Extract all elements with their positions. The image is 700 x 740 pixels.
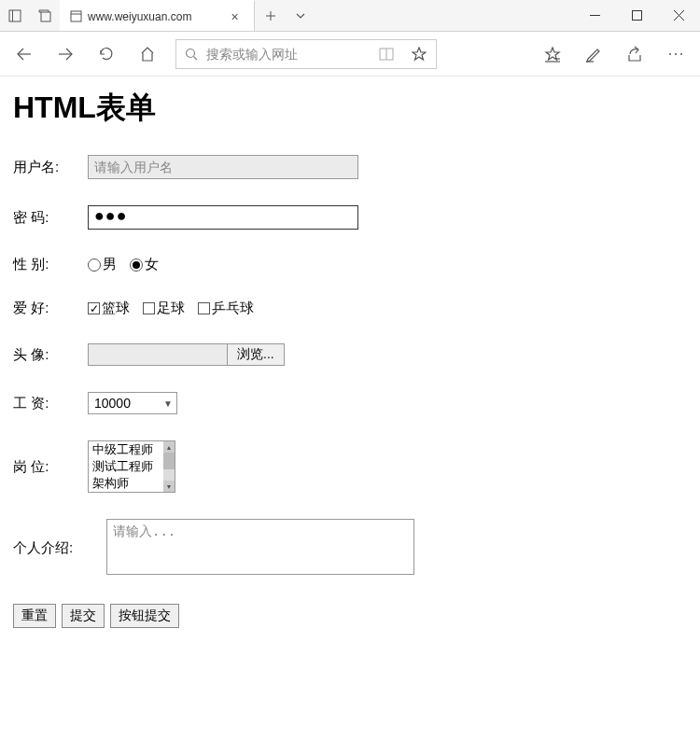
username-label: 用户名: — [13, 159, 88, 176]
notes-icon[interactable] — [573, 32, 614, 76]
svg-rect-2 — [41, 12, 50, 21]
hobby-basketball-checkbox[interactable]: ✓ 篮球 — [88, 300, 130, 317]
reading-view-icon[interactable] — [370, 48, 403, 61]
share-icon[interactable] — [614, 32, 655, 76]
gender-row: 性 别: 男 女 — [13, 256, 687, 273]
svg-point-23 — [675, 53, 677, 55]
gender-radio-group: 男 女 — [88, 256, 159, 273]
hobby-basketball-label: 篮球 — [102, 300, 130, 317]
hobby-pingpong-label: 乒乓球 — [212, 300, 254, 317]
titlebar-left: www.weiyuxuan.com × — [0, 0, 315, 31]
scroll-down-icon[interactable]: ▼ — [163, 481, 175, 492]
svg-point-13 — [186, 49, 194, 57]
address-search-box — [175, 39, 437, 69]
file-input-wrap: 浏览... — [88, 343, 285, 366]
checkbox-icon — [143, 302, 155, 314]
radio-icon — [88, 258, 101, 272]
intro-label: 个人介绍: — [13, 539, 88, 557]
forward-button[interactable] — [45, 32, 86, 76]
page-heading: HTML表单 — [13, 88, 687, 129]
search-input[interactable] — [206, 47, 370, 62]
svg-marker-18 — [546, 48, 559, 60]
gender-female-label: 女 — [145, 256, 159, 273]
favorites-hub-icon[interactable] — [532, 32, 573, 76]
tabs-preview-icon[interactable] — [30, 0, 60, 31]
refresh-button[interactable] — [86, 32, 127, 76]
window-close-button[interactable] — [658, 0, 700, 31]
new-tab-button[interactable] — [255, 0, 287, 31]
tab-dropdown-icon[interactable] — [287, 0, 315, 31]
gender-label: 性 别: — [13, 256, 88, 273]
position-row: 岗 位: 中级工程师 测试工程师 架构师 ▲ ▼ — [13, 440, 687, 493]
hobby-check-group: ✓ 篮球 足球 乒乓球 — [88, 300, 254, 317]
tabs-aside-icon[interactable] — [0, 0, 30, 31]
svg-rect-0 — [9, 10, 21, 21]
listbox-scrollbar[interactable]: ▲ ▼ — [163, 441, 175, 492]
hobby-row: 爱 好: ✓ 篮球 足球 乒乓球 — [13, 300, 687, 317]
intro-row: 个人介绍: — [13, 519, 687, 578]
password-row: 密 码: ●●● — [13, 205, 687, 230]
svg-marker-17 — [413, 48, 426, 60]
intro-textarea[interactable] — [106, 519, 414, 575]
window-minimize-button[interactable] — [574, 0, 616, 31]
salary-row: 工 资: 10000 ▼ — [13, 392, 687, 414]
password-label: 密 码: — [13, 209, 88, 227]
file-browse-button[interactable]: 浏览... — [227, 343, 285, 366]
page-content: HTML表单 用户名: 密 码: ●●● 性 别: 男 女 爱 好: ✓ 篮球 — [0, 77, 700, 639]
position-listbox[interactable]: 中级工程师 测试工程师 架构师 ▲ ▼ — [88, 440, 175, 493]
scroll-thumb[interactable] — [163, 453, 175, 469]
position-option[interactable]: 架构师 — [89, 475, 175, 492]
position-option[interactable]: 测试工程师 — [89, 458, 175, 475]
scroll-up-icon[interactable]: ▲ — [163, 441, 175, 453]
hobby-football-label: 足球 — [157, 300, 185, 317]
page-icon — [69, 10, 82, 23]
position-option[interactable]: 中级工程师 — [89, 441, 175, 458]
browser-toolbar — [0, 32, 700, 77]
favorite-star-icon[interactable] — [402, 47, 436, 62]
position-label: 岗 位: — [13, 458, 88, 476]
salary-select[interactable]: 10000 ▼ — [88, 392, 177, 414]
file-path-display[interactable] — [88, 343, 228, 366]
hobby-label: 爱 好: — [13, 300, 88, 317]
home-button[interactable] — [127, 32, 168, 76]
chevron-down-icon: ▼ — [163, 398, 173, 409]
window-maximize-button[interactable] — [616, 0, 658, 31]
username-input[interactable] — [88, 155, 358, 179]
gender-male-label: 男 — [103, 256, 117, 273]
window-titlebar: www.weiyuxuan.com × — [0, 0, 700, 32]
checkbox-icon — [198, 302, 210, 314]
tab-title: www.weiyuxuan.com — [88, 10, 219, 23]
svg-rect-8 — [633, 11, 642, 21]
hobby-pingpong-checkbox[interactable]: 乒乓球 — [198, 300, 254, 317]
submit-button[interactable]: 提交 — [62, 604, 105, 628]
search-icon — [176, 48, 206, 61]
svg-line-14 — [193, 56, 197, 60]
salary-selected-value: 10000 — [94, 396, 131, 411]
browser-tab[interactable]: www.weiyuxuan.com × — [60, 0, 255, 31]
password-input[interactable]: ●●● — [88, 205, 358, 230]
hobby-football-checkbox[interactable]: 足球 — [143, 300, 185, 317]
tab-close-icon[interactable]: × — [225, 9, 244, 24]
salary-label: 工 资: — [13, 395, 88, 412]
username-row: 用户名: — [13, 155, 687, 179]
gender-female-radio[interactable]: 女 — [130, 256, 159, 273]
avatar-row: 头 像: 浏览... — [13, 343, 687, 366]
radio-icon — [130, 258, 143, 272]
svg-point-22 — [669, 53, 671, 55]
svg-rect-3 — [71, 11, 81, 21]
gender-male-radio[interactable]: 男 — [88, 256, 117, 273]
checkbox-icon: ✓ — [88, 302, 100, 314]
button-submit-button[interactable]: 按钮提交 — [110, 604, 179, 628]
avatar-label: 头 像: — [13, 346, 88, 364]
more-icon[interactable] — [655, 32, 696, 76]
button-row: 重置 提交 按钮提交 — [13, 604, 687, 628]
reset-button[interactable]: 重置 — [13, 604, 56, 628]
svg-point-24 — [680, 53, 682, 55]
back-button[interactable] — [4, 32, 45, 76]
